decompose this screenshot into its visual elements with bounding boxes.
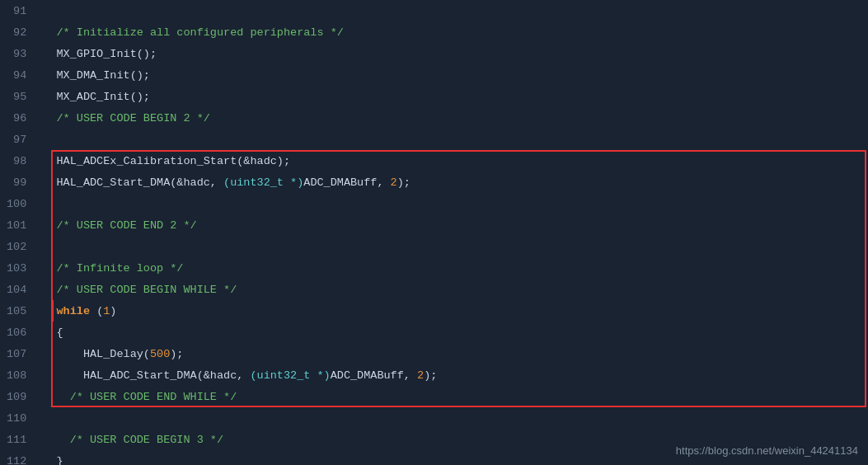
code-content: HAL_ADCEx_Calibration_Start(&hadc); <box>36 150 868 171</box>
code-table: 91 92 /* Initialize all configured perip… <box>0 0 868 465</box>
table-row: 98 HAL_ADCEx_Calibration_Start(&hadc); <box>0 150 868 171</box>
line-number: 97 <box>0 129 36 150</box>
code-segment: (uint32_t *) <box>250 369 330 382</box>
table-row: 101 /* USER CODE END 2 */ <box>0 214 868 236</box>
code-segment: /* Infinite loop */ <box>43 262 183 275</box>
code-content: HAL_ADC_Start_DMA(&hadc, (uint32_t *)ADC… <box>36 171 868 193</box>
code-segment: ( <box>90 305 103 317</box>
line-number: 105 <box>0 300 36 322</box>
line-number: 107 <box>0 343 36 364</box>
table-row: 106 { <box>0 322 868 343</box>
table-row: 100 <box>0 193 868 214</box>
table-row: 107 HAL_Delay(500); <box>0 343 868 364</box>
code-segment: 2 <box>391 176 397 189</box>
table-row: 109 /* USER CODE END WHILE */ <box>0 386 868 407</box>
table-row: 105 while (1) <box>0 300 868 322</box>
code-segment: } <box>43 455 63 466</box>
code-content: MX_DMA_Init(); <box>36 64 868 86</box>
code-content <box>36 0 868 21</box>
line-number: 92 <box>0 21 36 43</box>
code-segment: (uint32_t *) <box>223 176 303 189</box>
code-content <box>36 407 868 429</box>
line-number: 109 <box>0 386 36 407</box>
code-segment: MX_GPIO_Init(); <box>43 48 157 60</box>
code-segment: HAL_ADC_Start_DMA(&hadc, <box>43 369 250 382</box>
line-number: 104 <box>0 279 36 300</box>
code-segment: /* USER CODE END WHILE */ <box>43 391 237 403</box>
line-number: 96 <box>0 107 36 129</box>
table-row: 110 <box>0 407 868 429</box>
line-number: 98 <box>0 150 36 171</box>
code-segment: 2 <box>417 369 424 382</box>
code-content: /* USER CODE BEGIN 2 */ <box>36 107 868 129</box>
line-number: 93 <box>0 43 36 64</box>
code-segment: /* USER CODE BEGIN WHILE */ <box>43 284 237 296</box>
code-segment: /* USER CODE END 2 */ <box>43 219 196 232</box>
code-segment: ADC_DMABuff, <box>331 369 417 382</box>
code-segment: /* Initialize all configured peripherals… <box>43 26 344 39</box>
table-row: 104 /* USER CODE BEGIN WHILE */ <box>0 279 868 300</box>
code-segment: MX_ADC_Init(); <box>43 91 150 103</box>
table-row: 96 /* USER CODE BEGIN 2 */ <box>0 107 868 129</box>
code-segment: MX_DMA_Init(); <box>43 69 150 82</box>
code-segment: HAL_Delay( <box>43 348 150 360</box>
table-row: 108 HAL_ADC_Start_DMA(&hadc, (uint32_t *… <box>0 364 868 386</box>
line-number: 101 <box>0 214 36 236</box>
code-content <box>36 129 868 150</box>
code-content: MX_ADC_Init(); <box>36 86 868 107</box>
code-segment: HAL_ADCEx_Calibration_Start(&hadc); <box>43 155 290 167</box>
code-content: /* USER CODE BEGIN WHILE */ <box>36 279 868 300</box>
code-editor: 91 92 /* Initialize all configured perip… <box>0 0 868 465</box>
line-number: 106 <box>0 322 36 343</box>
line-number: 108 <box>0 364 36 386</box>
code-segment: { <box>43 326 63 339</box>
code-segment: HAL_ADC_Start_DMA(&hadc, <box>43 176 223 189</box>
line-number: 99 <box>0 171 36 193</box>
code-segment: while <box>57 305 91 317</box>
table-row: 94 MX_DMA_Init(); <box>0 64 868 86</box>
line-number: 91 <box>0 0 36 21</box>
code-content: HAL_Delay(500); <box>36 343 868 364</box>
code-segment: /* USER CODE BEGIN 2 */ <box>43 112 210 124</box>
code-content: /* USER CODE END WHILE */ <box>36 386 868 407</box>
code-segment: ); <box>170 348 183 360</box>
line-number: 102 <box>0 236 36 257</box>
line-number: 95 <box>0 86 36 107</box>
code-content: MX_GPIO_Init(); <box>36 43 868 64</box>
code-segment: 500 <box>150 348 170 360</box>
line-number: 110 <box>0 407 36 429</box>
line-number: 100 <box>0 193 36 214</box>
table-row: 92 /* Initialize all configured peripher… <box>0 21 868 43</box>
code-content: /* Infinite loop */ <box>36 257 868 279</box>
line-number: 103 <box>0 257 36 279</box>
code-content: /* Initialize all configured peripherals… <box>36 21 868 43</box>
code-segment: ); <box>397 176 411 189</box>
code-segment: ); <box>424 369 437 382</box>
line-number: 111 <box>0 429 36 450</box>
code-segment: ADC_DMABuff, <box>303 176 390 189</box>
code-segment: /* USER CODE BEGIN 3 */ <box>43 434 223 446</box>
table-row: 91 <box>0 0 868 21</box>
code-content: { <box>36 322 868 343</box>
line-number: 94 <box>0 64 36 86</box>
line-number: 112 <box>0 450 36 465</box>
code-content: HAL_ADC_Start_DMA(&hadc, (uint32_t *)ADC… <box>36 364 868 386</box>
table-row: 102 <box>0 236 868 257</box>
code-segment: ) <box>110 305 116 317</box>
code-content: while (1) <box>36 300 868 322</box>
table-row: 97 <box>0 129 868 150</box>
table-row: 103 /* Infinite loop */ <box>0 257 868 279</box>
code-content: /* USER CODE END 2 */ <box>36 214 868 236</box>
code-content <box>36 193 868 214</box>
code-content <box>36 236 868 257</box>
code-segment <box>43 305 56 317</box>
table-row: 93 MX_GPIO_Init(); <box>0 43 868 64</box>
watermark: https://blog.csdn.net/weixin_44241134 <box>676 444 858 457</box>
table-row: 95 MX_ADC_Init(); <box>0 86 868 107</box>
table-row: 99 HAL_ADC_Start_DMA(&hadc, (uint32_t *)… <box>0 171 868 193</box>
